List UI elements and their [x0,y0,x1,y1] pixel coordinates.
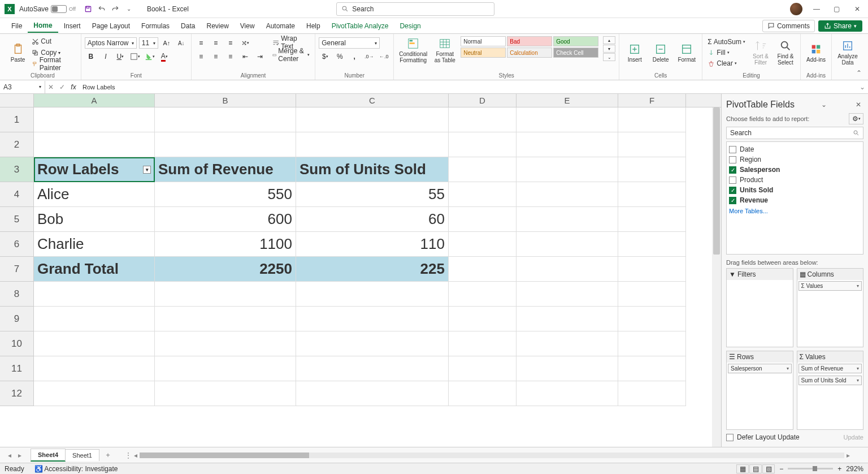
styles-more-icon[interactable]: ⌄ [603,53,615,61]
cell[interactable] [296,381,449,406]
values-area[interactable]: ΣValues Sum of Revenue Sum of Units Sold [797,351,864,430]
cell[interactable] [449,356,517,381]
sheet-nav-next-icon[interactable]: ▸ [15,450,25,460]
pivot-field-item[interactable]: Product [729,175,861,185]
cell[interactable] [618,157,686,182]
cell[interactable] [34,331,155,356]
row-header[interactable]: 3 [0,157,34,182]
vertical-scrollbar[interactable] [712,107,721,447]
rows-area[interactable]: ☰Rows Salesperson [726,351,793,430]
cell[interactable]: Sum of Revenue [155,157,296,182]
cell[interactable] [155,331,296,356]
share-button[interactable]: Share ▾ [818,20,862,32]
cell[interactable] [618,307,686,331]
format-painter-button[interactable]: Format Painter [30,59,77,69]
align-right-icon[interactable]: ≡ [224,51,237,62]
horizontal-scrollbar[interactable]: ⋮ ◂ ▸ [125,452,852,459]
number-format-combo[interactable]: General▾ [319,37,380,49]
border-icon[interactable]: ▾ [129,51,141,62]
pivot-field-item[interactable]: Region [729,154,861,165]
font-color-icon[interactable]: A▾ [158,51,171,62]
format-as-table-button[interactable]: Format as Table [431,36,458,64]
find-select-button[interactable]: Find & Select [774,38,797,67]
tab-pivottable-analyze[interactable]: PivotTable Analyze [326,20,394,32]
field-checkbox[interactable] [729,176,736,184]
fx-icon[interactable]: fx [68,81,79,93]
style-calculation[interactable]: Calculation [507,48,552,58]
values-area-item[interactable]: Sum of Revenue [798,364,862,373]
insert-cells-button[interactable]: Insert [623,42,646,64]
delete-cells-button[interactable]: Delete [649,42,672,64]
tab-insert[interactable]: Insert [58,20,86,32]
style-good[interactable]: Good [553,36,598,46]
orientation-icon[interactable]: ⤭▾ [239,37,251,49]
cell[interactable] [517,331,618,356]
column-header[interactable]: D [449,94,517,107]
tab-home[interactable]: Home [28,19,58,33]
update-button[interactable]: Update [844,434,863,441]
cell[interactable] [517,157,618,182]
cell[interactable] [449,381,517,406]
name-box[interactable]: A3▾ [0,81,45,93]
decrease-decimal-icon[interactable]: ←.0 [377,51,390,62]
cell-styles-gallery[interactable]: Normal Bad Good Neutral Calculation Chec… [461,36,601,58]
cell[interactable] [517,232,618,257]
align-center-icon[interactable]: ≡ [210,51,222,62]
qat-customize-icon[interactable]: ⌄ [123,3,135,15]
styles-scroll-up-icon[interactable]: ▴ [603,36,615,44]
currency-icon[interactable]: $▾ [319,51,331,62]
pivot-field-item[interactable]: Date [729,144,861,154]
cell[interactable] [449,207,517,232]
italic-icon[interactable]: I [99,51,112,62]
pivot-field-item[interactable]: ✓Revenue [729,195,861,205]
tab-page-layout[interactable]: Page Layout [86,20,136,32]
analyze-data-button[interactable]: Analyze Data [835,38,860,67]
cell[interactable] [296,132,449,157]
cell[interactable]: 225 [296,257,449,282]
cell[interactable] [155,356,296,381]
zoom-slider[interactable] [788,468,833,469]
column-header[interactable]: C [296,94,449,107]
cell[interactable] [296,307,449,331]
normal-view-icon[interactable]: ▦ [736,464,749,473]
pivot-field-item[interactable]: ✓Units Sold [729,185,861,195]
defer-layout-checkbox[interactable] [726,434,734,441]
row-header[interactable]: 2 [0,132,34,157]
redo-icon[interactable] [109,3,121,15]
decrease-indent-icon[interactable]: ⇤ [239,51,251,62]
wrap-text-button[interactable]: Wrap Text [271,37,311,48]
style-neutral[interactable]: Neutral [461,48,506,58]
cell[interactable] [618,356,686,381]
comma-icon[interactable]: , [348,51,361,62]
cell[interactable]: 55 [296,182,449,207]
cell[interactable]: Grand Total [34,257,155,282]
cell[interactable] [155,107,296,132]
cell[interactable] [155,132,296,157]
cell[interactable] [618,107,686,132]
addins-button[interactable]: Add-ins [804,42,828,64]
column-header[interactable]: A [34,94,155,107]
cell[interactable] [449,282,517,307]
tab-design[interactable]: Design [394,20,426,32]
cell[interactable]: 110 [296,232,449,257]
align-middle-icon[interactable]: ≡ [210,37,222,49]
more-tables-link[interactable]: More Tables... [729,205,861,217]
cell[interactable] [517,107,618,132]
cell[interactable] [34,107,155,132]
pivot-pane-close-icon[interactable]: ✕ [853,100,863,110]
tab-view[interactable]: View [235,20,261,32]
cell[interactable] [449,132,517,157]
tab-formulas[interactable]: Formulas [136,20,175,32]
paste-button[interactable]: Paste [8,42,28,64]
cell[interactable] [618,207,686,232]
page-break-view-icon[interactable]: ▧ [762,464,775,473]
formula-input[interactable]: Row Labels [79,84,857,91]
styles-scroll-down-icon[interactable]: ▾ [603,45,615,53]
tab-automate[interactable]: Automate [261,20,301,32]
pivot-field-item[interactable]: ✓Salesperson [729,165,861,175]
columns-area[interactable]: ▦Columns Σ Values [797,268,864,347]
cell[interactable]: Alice [34,182,155,207]
cut-button[interactable]: Cut [30,36,77,46]
undo-icon[interactable] [96,3,108,15]
fill-button[interactable]: Fill▾ [706,48,747,58]
